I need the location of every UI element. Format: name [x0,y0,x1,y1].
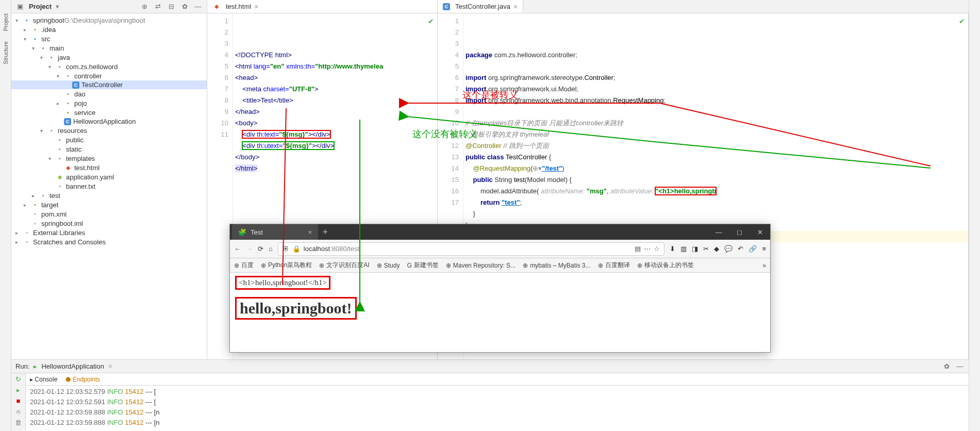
sidebar-icon[interactable]: ◨ [692,245,698,253]
close-icon[interactable]: × [108,362,112,370]
console-output[interactable]: 2021-01-12 12:03:52.579 INFO 15412 --- [… [26,386,969,431]
rail-structure-label[interactable]: Structure [3,41,9,64]
close-icon[interactable]: × [308,228,312,236]
star-icon[interactable]: ☆ [654,245,660,253]
maximize-icon[interactable]: ◻ [729,224,750,240]
tree-item[interactable]: ▾▪resources [11,126,207,135]
tree-item[interactable]: ▸▪.idea [11,25,207,34]
ext4-icon[interactable]: 🔗 [749,245,757,253]
folder-icon: ▪ [64,90,72,98]
file-icon: ▫ [56,182,64,190]
folder-icon: ▪ [56,145,64,153]
tree-item[interactable]: ▸▪pojo [11,98,207,108]
minimize-icon[interactable]: — [708,224,729,240]
bookmark-item[interactable]: ⊕mybatis – MyBatis 3... [523,262,590,269]
gear-icon[interactable]: ✿ [942,362,951,371]
url-path: /test [347,245,360,253]
exit-icon[interactable]: ⎋ [16,408,21,416]
close-window-icon[interactable]: ✕ [750,224,770,240]
bookmark-item[interactable]: ⊕Python菜鸟教程 [261,261,312,270]
browser-window: 🧩 Test × + — ◻ ✕ ← → ⟳ ⌂ ⛨ 🔒 localhost:8… [229,224,771,353]
endpoints-tab[interactable]: ⬢ Endpoints [65,376,100,383]
run-config[interactable]: HellowordApplication [41,362,104,370]
tab-test-html[interactable]: ◆ test.html × [207,0,438,13]
file-icon: ▫ [23,238,31,246]
run-icon[interactable]: ▸ [16,386,20,394]
hide-icon[interactable]: — [955,362,965,371]
download-icon[interactable]: ⬇ [670,245,675,253]
file-icon: ▫ [31,210,39,218]
tree-item[interactable]: ▸▫Scratches and Consoles [11,237,207,246]
html-icon: ◆ [64,163,72,172]
dropdown-icon[interactable]: ▾ [56,3,59,10]
tree-item[interactable]: ▪dao [11,89,207,98]
run-label: Run: [15,362,29,370]
new-tab-icon[interactable]: + [322,227,328,238]
bookmark-item[interactable]: ⊕百度翻译 [598,261,630,270]
browser-page: <h1>hello,springboot!</h1> hello,springb… [230,273,770,352]
tree-item[interactable]: ▸▪test [11,191,207,200]
tree-item[interactable]: ▪public [11,135,207,144]
run-toolbar: Run: ▸ HellowordApplication × ✿ — [11,360,969,373]
tree-item[interactable]: ▫springboot.iml [11,219,207,228]
tree-item[interactable]: ▸▪target [11,200,207,209]
yaml-icon: ◆ [56,173,64,181]
library-icon[interactable]: ▥ [680,245,687,253]
tree-item[interactable]: ▫pom.xml [11,209,207,219]
project-tree[interactable]: ▾▪springboot G:\Desktop\java\springboot▸… [11,13,207,248]
close-icon[interactable]: × [254,3,258,11]
bookmark-item[interactable]: G新建书签 [407,261,438,270]
bookmark-item[interactable]: ⊕Study [377,262,400,269]
stop-icon[interactable]: ■ [16,397,21,405]
reader-icon[interactable]: ▤ [635,245,641,253]
ext1-icon[interactable]: ◆ [714,245,719,253]
ext2-icon[interactable]: 💬 [724,245,733,253]
bookmark-item[interactable]: ⊕移动设备上的书签 [637,261,694,270]
rerun-icon[interactable]: ↻ [15,375,21,383]
expand-icon[interactable]: ⇄ [153,2,162,11]
tree-item[interactable]: ▾▪controller [11,71,207,80]
hide-icon[interactable]: — [193,2,203,11]
trash-icon[interactable]: 🗑 [15,419,22,426]
url-bar[interactable]: ⛨ 🔒 localhost:8080/test ▤ ⋯ ☆ [278,242,665,256]
browser-titlebar[interactable]: 🧩 Test × + — ◻ ✕ [230,224,770,240]
tree-item[interactable]: ▾▪main [11,43,207,53]
tree-item[interactable]: ◆application.yaml [11,172,207,181]
collapse-icon[interactable]: ⊟ [167,2,176,11]
close-icon[interactable]: × [513,3,518,11]
tree-item[interactable]: ▾▪src [11,34,207,43]
back-icon[interactable]: ← [234,245,241,253]
tree-item[interactable]: ▾▪java [11,53,207,62]
tree-item[interactable]: ◆test.html [11,163,207,172]
browser-tab[interactable]: 🧩 Test × [232,224,318,240]
bookmark-item[interactable]: ⊕Maven Repository: S... [446,262,516,269]
shield-icon[interactable]: ⛨ [283,245,289,253]
tree-item[interactable]: ▫banner.txt [11,181,207,191]
screenshot-icon[interactable]: ✂ [703,245,709,253]
rail-project-label[interactable]: Project [3,13,9,31]
lock-icon[interactable]: 🔒 [292,245,301,253]
tree-item[interactable]: CHellowordApplication [11,117,207,126]
bookmark-icon: ⊕ [523,262,528,269]
tree-item[interactable]: ▪service [11,108,207,117]
overflow-icon[interactable]: » [762,262,766,269]
bookmark-item[interactable]: ⊕百度 [234,261,254,270]
tree-item[interactable]: ▸▫External Libraries [11,228,207,237]
home-icon[interactable]: ⌂ [269,245,273,253]
tab-testcontroller[interactable]: C TestController.java × [438,0,523,13]
reload-icon[interactable]: ⟳ [258,245,263,253]
tree-item[interactable]: CTestController [11,80,207,89]
locate-icon[interactable]: ⊕ [140,2,149,11]
tree-item[interactable]: ▾▪com.zs.helloword [11,62,207,71]
editor-tabs: ◆ test.html × C TestController.java × [207,0,969,13]
tree-item[interactable]: ▪static [11,144,207,154]
tree-item[interactable]: ▾▪springboot G:\Desktop\java\springboot [11,15,207,25]
bookmark-item[interactable]: ⊕文字识别百度AI [319,261,369,270]
more-icon[interactable]: ⋯ [644,245,651,253]
console-tab[interactable]: ▸ Console [30,376,57,383]
settings-icon[interactable]: ✿ [180,2,189,11]
ext3-icon[interactable]: ↶ [738,245,743,253]
menu-icon[interactable]: ≡ [762,245,766,253]
tree-item[interactable]: ▾▪templates [11,154,207,163]
forward-icon[interactable]: → [246,245,253,253]
